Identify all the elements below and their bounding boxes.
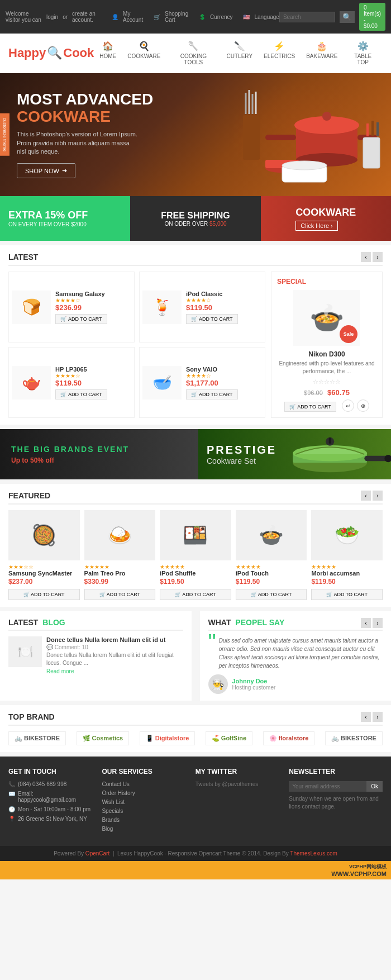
brand-logo-1[interactable]: 🌿 Cosmetics (77, 731, 130, 745)
my-account-link[interactable]: My Account (123, 11, 143, 23)
product-price-3: $1,177.00 (186, 379, 238, 387)
customize-button[interactable]: customize theme (0, 113, 9, 156)
latest-grid: 🍞 Samsung Galaxy ★★★★☆ $236.99 🛒 ADD TO … (8, 272, 383, 418)
featured-add-0[interactable]: 🛒 ADD TO CART (8, 589, 80, 600)
featured-prev[interactable]: ‹ (361, 491, 371, 501)
nav-cutlery[interactable]: 🔪 CUTLERY (221, 38, 259, 68)
svg-rect-14 (363, 137, 380, 168)
featured-add-4[interactable]: 🛒 ADD TO CART (311, 589, 383, 600)
testimonial-next[interactable]: › (373, 618, 383, 628)
opencart-link[interactable]: OpenCart (85, 850, 109, 857)
blog-title-label: LATEST (8, 618, 38, 627)
promo-shipping[interactable]: FREE SHIPPING ON ODER OVER $5,000 (130, 196, 260, 241)
cart-button[interactable]: 0 Item(s) - $0.00 (359, 3, 385, 31)
product-stars-0: ★★★★☆ (55, 297, 107, 303)
service-wishlist[interactable]: Wish List (102, 799, 184, 805)
newsletter-submit[interactable]: Ok (366, 781, 383, 792)
add-cart-2[interactable]: 🛒 ADD TO CART (55, 389, 107, 399)
read-more-link[interactable]: Read more (46, 668, 74, 674)
nav-cookware[interactable]: 🍳 COOKWARE (122, 38, 166, 68)
sale-badge: Sale (340, 325, 357, 343)
brand-logo-2[interactable]: 📱 Digitalstore (140, 731, 196, 745)
watermark-line2: WWW.VCPHP.COM (4, 870, 387, 877)
newsletter-email-input[interactable] (289, 781, 366, 792)
service-brands[interactable]: Brands (102, 817, 184, 823)
latest-prev[interactable]: ‹ (361, 252, 371, 262)
featured-title-row: FEATURED ‹ › (8, 491, 383, 505)
latest-products: 🍞 Samsung Galaxy ★★★★☆ $236.99 🛒 ADD TO … (8, 272, 265, 418)
add-cart-0[interactable]: 🛒 ADD TO CART (55, 314, 107, 324)
customize-label: customize theme (2, 118, 7, 151)
special-add-cart[interactable]: 🛒 ADD TO CART (284, 402, 336, 412)
latest-next[interactable]: › (373, 252, 383, 262)
promo-discount[interactable]: EXTRA 15% OFF ON EVERY ITEM OVER $2000 (0, 196, 130, 241)
service-contact[interactable]: Contact Us (102, 781, 184, 787)
featured-price-4: $119.50 (311, 578, 383, 586)
svg-rect-5 (265, 135, 296, 140)
nav-tabletop[interactable]: ⚙️ TABLE TOP (344, 38, 383, 68)
featured-add-2[interactable]: 🛒 ADD TO CART (160, 589, 231, 600)
testimonial-quote: Duis sed odio amet vulputate cursus amet… (219, 636, 383, 670)
top-search-input[interactable] (279, 12, 335, 22)
svg-point-4 (322, 112, 331, 121)
watermark: VCPHP网站模板 WWW.VCPHP.COM (0, 861, 391, 879)
nav-electrics[interactable]: ⚡ ELECTRICS (258, 38, 301, 68)
shop-now-button[interactable]: SHOP NOW ➜ (17, 163, 75, 178)
pan-svg (285, 431, 391, 478)
nav-bakeware[interactable]: 🎂 BAKEWARE (301, 38, 343, 68)
cutlery-icon: 🔪 (234, 41, 245, 51)
brand-logo-3[interactable]: ⛳ GolfSine (206, 731, 252, 745)
footer-services-title: OUR SERVICES (102, 768, 184, 776)
add-cart-1[interactable]: 🛒 ADD TO CART (186, 314, 238, 324)
currency-text: 💲 (199, 14, 206, 20)
or-text: or (63, 14, 68, 20)
footer-email: ✉️ Email: happycook@gmail.com (8, 791, 90, 803)
nav-home[interactable]: 🏠 HOME (94, 38, 122, 68)
brand-logo-5[interactable]: 🚲 BIKESTORE (325, 731, 383, 745)
service-specials[interactable]: Specials (102, 808, 184, 814)
prestige-banner[interactable]: PRESTIGE Cookware Set (198, 429, 391, 479)
brand-prev[interactable]: ‹ (361, 712, 371, 722)
product-name-0: Samsung Galaxy (55, 291, 107, 297)
special-prices: $96.00 $60.75 (277, 388, 376, 397)
newsletter-description: Sunday when we are open from and lions c… (289, 795, 383, 811)
featured-price-1: $330.99 (84, 578, 156, 586)
create-account-link[interactable]: create an account. (72, 11, 99, 23)
featured-grid: 🥘 ★★★☆☆ Samsung SyncMaster $237.00 🛒 ADD… (8, 510, 383, 600)
featured-stars-2: ★★★★★ (160, 564, 231, 570)
brand-logo-0[interactable]: 🚲 BIKESTORE (8, 731, 66, 745)
service-blog[interactable]: Blog (102, 826, 184, 832)
top-search-button[interactable]: 🔍 (340, 11, 355, 23)
themeslexus-link[interactable]: ThemesLexus.com (290, 850, 337, 857)
brand-next[interactable]: › (373, 712, 383, 722)
compare-icon[interactable]: ⊕ (357, 399, 369, 412)
shopping-cart-link[interactable]: Shopping Cart (165, 11, 188, 23)
special-stars: ☆☆☆☆☆ (277, 378, 376, 386)
nav-cooking-tools[interactable]: 🥄 COOKING TOOLS (166, 38, 221, 68)
language-link[interactable]: Language (254, 14, 279, 20)
service-order-history[interactable]: Order History (102, 790, 184, 796)
currency-link[interactable]: Currency (210, 14, 233, 20)
login-link[interactable]: login (46, 14, 58, 20)
featured-img-3: 🍲 (236, 510, 307, 560)
promo-cookware-title: COOKWARE (295, 207, 356, 218)
featured-stars-0: ★★★☆☆ (8, 564, 80, 570)
blog-excerpt: Donec tellus Nulla lorem Nullam elit id … (46, 651, 183, 667)
brand-event-banner[interactable]: THE BIG BRANDS EVENT Up to 50% off (0, 429, 198, 479)
product-img-2: 🫖 (12, 366, 51, 399)
latest-nav: ‹ › (361, 252, 383, 262)
promo-cookware[interactable]: COOKWARE Click Here › (261, 196, 391, 241)
featured-name-2: iPod Shuffle (160, 570, 231, 577)
featured-card-3: 🍲 ★★★★★ iPod Touch $119.50 🛒 ADD TO CART (236, 510, 307, 600)
featured-add-1[interactable]: 🛒 ADD TO CART (84, 589, 156, 600)
share-icon[interactable]: ↩ (342, 399, 354, 412)
featured-add-3[interactable]: 🛒 ADD TO CART (236, 589, 307, 600)
promo-cookware-link[interactable]: Click Here › (295, 221, 337, 231)
testimonial-prev[interactable]: ‹ (361, 618, 371, 628)
site-logo[interactable]: Happy🔍Cook (8, 46, 94, 60)
site-footer: GET IN TOUCH 📞 (084) 0345 689 998 ✉️ Ema… (0, 757, 391, 846)
add-cart-3[interactable]: 🛒 ADD TO CART (186, 389, 238, 399)
brand-name-4: floralstore (279, 735, 309, 741)
brand-logo-4[interactable]: 🌸 floralstore (263, 731, 315, 745)
featured-next[interactable]: › (373, 491, 383, 501)
